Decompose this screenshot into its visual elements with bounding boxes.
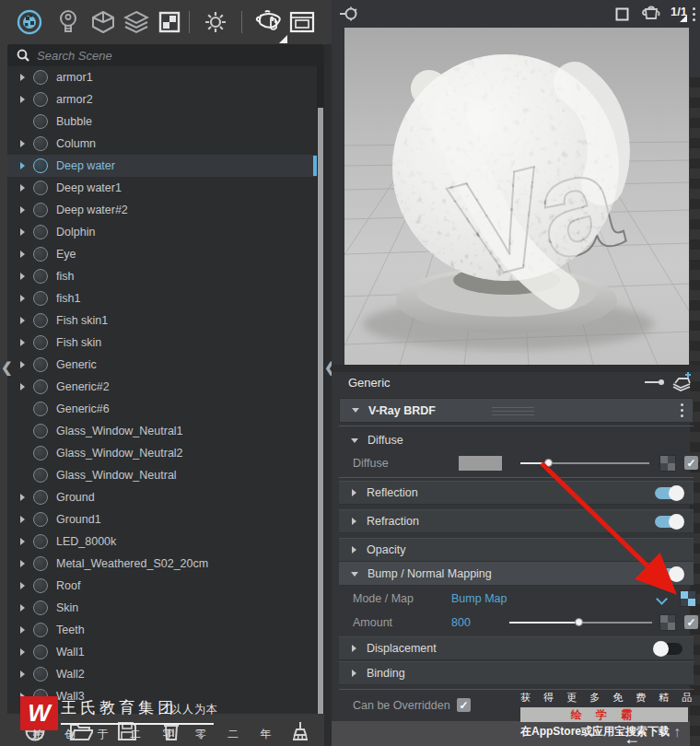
- list-item[interactable]: Fish skin: [7, 332, 317, 354]
- expand-caret[interactable]: [352, 670, 356, 677]
- expand-caret[interactable]: [20, 140, 25, 147]
- list-item[interactable]: Glass_Window_Neutral1: [7, 420, 317, 442]
- list-item[interactable]: Wall1: [7, 641, 317, 663]
- list-item[interactable]: Dolphin: [7, 221, 317, 243]
- expand-caret[interactable]: [20, 206, 25, 214]
- section-binding[interactable]: Binding: [339, 661, 694, 685]
- preview-light-icon[interactable]: [339, 6, 359, 22]
- expand-caret[interactable]: [352, 518, 356, 525]
- add-layer-icon[interactable]: [671, 372, 693, 392]
- diffuse-slider[interactable]: [520, 462, 649, 464]
- collapse-left-chevron[interactable]: ❮: [1, 359, 13, 376]
- list-item[interactable]: Roof: [7, 575, 317, 597]
- reflection-toggle[interactable]: [655, 487, 682, 499]
- textures-icon[interactable]: [155, 7, 184, 37]
- list-item[interactable]: Deep water1: [7, 177, 317, 199]
- section-displacement[interactable]: Displacement: [339, 636, 694, 660]
- expand-caret[interactable]: [20, 295, 25, 302]
- layers-icon[interactable]: [122, 7, 151, 37]
- expand-caret[interactable]: [20, 317, 25, 324]
- expand-caret[interactable]: [20, 251, 25, 258]
- expand-caret[interactable]: [20, 494, 25, 501]
- list-item[interactable]: Glass_Window_Neutral2: [7, 442, 317, 464]
- lights-icon[interactable]: [53, 7, 83, 37]
- amount-value[interactable]: 800: [451, 616, 471, 629]
- expand-caret[interactable]: [20, 228, 25, 236]
- expand-caret[interactable]: [352, 546, 356, 554]
- expand-caret[interactable]: [20, 74, 25, 81]
- override-checkbox[interactable]: ✓: [457, 698, 471, 712]
- expand-caret[interactable]: [20, 670, 25, 678]
- list-item[interactable]: armor2: [7, 88, 317, 111]
- expand-caret[interactable]: [20, 184, 25, 192]
- section-refraction[interactable]: Refraction: [339, 509, 694, 533]
- list-item[interactable]: LED_8000k: [7, 530, 317, 553]
- amount-texture-icon[interactable]: [659, 614, 676, 631]
- expand-caret[interactable]: [352, 645, 356, 652]
- render-asset-icon[interactable]: [641, 6, 661, 21]
- expand-caret[interactable]: [352, 489, 356, 496]
- expand-caret[interactable]: [20, 648, 25, 656]
- layer-menu-icon[interactable]: [681, 403, 683, 420]
- list-scrollbar-thumb[interactable]: [318, 108, 323, 714]
- list-item[interactable]: Bubble: [7, 111, 317, 133]
- diffuse-color-swatch[interactable]: [459, 456, 502, 471]
- list-item[interactable]: Ground1: [7, 508, 317, 530]
- list-item[interactable]: fish: [7, 265, 317, 287]
- list-item[interactable]: armor1: [7, 66, 317, 88]
- list-item[interactable]: Wall2: [7, 663, 317, 685]
- list-item[interactable]: Eye: [7, 243, 317, 265]
- expand-caret[interactable]: [20, 96, 25, 103]
- mode-map-value[interactable]: Bump Map: [451, 592, 507, 605]
- frame-buffer-icon[interactable]: [287, 7, 317, 37]
- expand-caret[interactable]: [20, 604, 25, 612]
- list-item[interactable]: fish1: [7, 287, 317, 309]
- list-item[interactable]: Fish skin1: [7, 309, 317, 332]
- amount-checkbox[interactable]: ✓: [684, 615, 698, 629]
- list-item[interactable]: Column: [7, 133, 317, 155]
- diffuse-texture-icon[interactable]: [659, 455, 676, 472]
- amount-slider[interactable]: [509, 622, 652, 624]
- expand-caret[interactable]: [20, 339, 25, 346]
- section-reflection[interactable]: Reflection: [339, 481, 694, 505]
- list-item[interactable]: Generic#2: [7, 376, 317, 398]
- bump-toggle[interactable]: [655, 568, 682, 580]
- list-item[interactable]: Teeth: [7, 619, 317, 641]
- collapse-caret[interactable]: [351, 572, 358, 577]
- section-diffuse[interactable]: Diffuse: [339, 429, 694, 451]
- diffuse-checkbox[interactable]: ✓: [684, 456, 698, 470]
- expand-caret[interactable]: [20, 626, 25, 634]
- refraction-toggle[interactable]: [655, 516, 682, 528]
- list-item[interactable]: Deep water: [7, 155, 317, 177]
- list-item[interactable]: Generic: [7, 354, 317, 376]
- collapse-caret[interactable]: [351, 438, 358, 443]
- expand-caret[interactable]: [20, 560, 25, 567]
- list-item[interactable]: Glass_Window_Neutral: [7, 464, 317, 486]
- displacement-toggle[interactable]: [655, 643, 682, 655]
- expand-caret[interactable]: [20, 361, 25, 368]
- geometries-icon[interactable]: [88, 7, 118, 37]
- section-opacity[interactable]: Opacity: [339, 538, 694, 562]
- list-scrollbar-track[interactable]: [317, 66, 324, 714]
- expand-caret[interactable]: [20, 582, 25, 589]
- section-bump[interactable]: Bump / Normal Mapping: [339, 562, 694, 586]
- expand-caret[interactable]: [20, 162, 25, 169]
- preview-menu-icon[interactable]: [693, 7, 695, 24]
- expand-caret[interactable]: [20, 538, 25, 545]
- list-item[interactable]: Deep water#2: [7, 199, 317, 221]
- list-item[interactable]: Skin: [7, 597, 317, 619]
- list-item[interactable]: Ground: [7, 486, 317, 508]
- floating-preview-icon[interactable]: [615, 7, 629, 21]
- purge-unused-icon[interactable]: [286, 717, 315, 746]
- layer-grip[interactable]: [492, 407, 534, 418]
- brdf-layer-row[interactable]: V-Ray BRDF: [339, 398, 694, 423]
- bump-texture-icon[interactable]: [680, 590, 696, 607]
- expand-caret[interactable]: [20, 273, 25, 280]
- list-item[interactable]: Metal_Weathered_S02_20cm: [7, 553, 317, 575]
- interactive-render-icon[interactable]: [254, 7, 284, 37]
- chevron-down-icon[interactable]: [657, 594, 666, 603]
- search-input[interactable]: Search Scene: [7, 44, 324, 66]
- quick-settings-icon[interactable]: [645, 378, 665, 387]
- settings-icon[interactable]: [201, 7, 230, 37]
- expand-caret[interactable]: [20, 383, 25, 390]
